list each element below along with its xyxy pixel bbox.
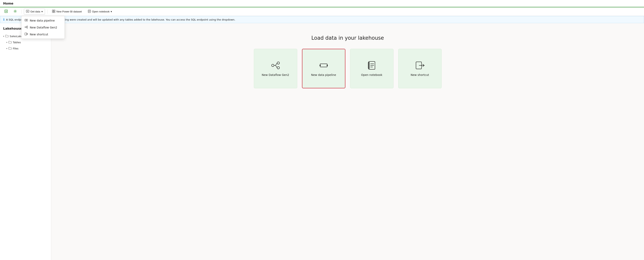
get-data-icon	[26, 10, 29, 14]
get-data-label: Get data	[30, 10, 40, 13]
card-label-new-dataflow-gen2: New Dataflow Gen2	[262, 73, 289, 76]
main-layout: Lakehouse ▾ SalesLakehouse ▾	[0, 23, 644, 260]
svg-rect-17	[320, 64, 327, 67]
folder-icon	[5, 34, 8, 38]
svg-rect-6	[54, 12, 55, 13]
svg-point-14	[272, 64, 274, 67]
toolbar-separator-1	[21, 10, 22, 14]
card-open-notebook[interactable]: Open notebook	[350, 49, 394, 88]
info-icon: ℹ	[3, 18, 4, 21]
open-notebook-button[interactable]: Open notebook ▾	[86, 9, 114, 15]
card-label-new-data-pipeline: New data pipeline	[311, 73, 336, 76]
get-data-dropdown-menu: New data pipeline New Dataflow Gen2	[21, 16, 65, 39]
svg-rect-5	[52, 12, 54, 13]
tables-folder-icon	[8, 41, 12, 44]
cards-grid: New Dataflow Gen2 New data pipeline	[254, 49, 442, 88]
open-notebook-chevron-icon: ▾	[111, 10, 112, 13]
page-title: Home	[3, 2, 14, 5]
settings-button[interactable]	[12, 9, 19, 15]
svg-rect-8	[25, 19, 26, 21]
content-heading: Load data in your lakehouse	[312, 35, 384, 41]
saleslakehouse-chevron-icon: ▾	[3, 35, 4, 37]
card-icon-new-shortcut	[415, 61, 425, 70]
dropdown-item-new-shortcut[interactable]: New shortcut	[22, 31, 64, 38]
svg-point-15	[277, 62, 280, 64]
new-item-button[interactable]	[2, 9, 10, 15]
svg-point-1	[15, 11, 16, 12]
svg-point-19	[327, 65, 328, 66]
svg-point-10	[25, 27, 26, 28]
toolbar: Get data ▾ New Power BI dataset Open not…	[0, 7, 644, 16]
sidebar-item-files[interactable]: ▾ Files	[0, 45, 51, 52]
page-title-bar: Home	[0, 0, 644, 7]
card-label-new-shortcut: New shortcut	[411, 73, 429, 76]
get-data-chevron-icon: ▾	[42, 10, 43, 13]
card-new-data-pipeline[interactable]: New data pipeline	[302, 49, 345, 88]
open-notebook-icon	[88, 10, 91, 14]
card-new-shortcut[interactable]: New shortcut	[398, 49, 442, 88]
sidebar-item-tables[interactable]: ▾ Tables	[0, 39, 51, 45]
dataflow-menu-icon	[25, 26, 28, 29]
info-text-prefix: A SQL e	[6, 18, 16, 21]
new-powerbi-button[interactable]: New Power BI dataset	[50, 9, 84, 15]
new-powerbi-icon	[52, 10, 55, 14]
dropdown-item-new-data-pipeline[interactable]: New data pipeline	[22, 17, 64, 24]
toolbar-separator-2	[47, 10, 48, 14]
new-item-icon	[4, 10, 8, 14]
card-icon-new-dataflow-gen2	[271, 61, 280, 70]
files-chevron-icon: ▾	[6, 47, 7, 50]
dropdown-item-new-data-pipeline-label: New data pipeline	[30, 19, 55, 22]
content-area: Load data in your lakehouse New Dataflow…	[51, 23, 644, 260]
files-label: Files	[13, 47, 18, 50]
svg-rect-4	[54, 10, 55, 11]
svg-rect-9	[26, 19, 28, 21]
card-icon-new-data-pipeline	[319, 61, 328, 70]
info-bar: ℹ A SQL endpoint and default dataset for…	[0, 16, 644, 23]
dropdown-item-new-dataflow-gen2[interactable]: New Dataflow Gen2	[22, 24, 64, 31]
card-icon-open-notebook	[367, 61, 376, 70]
card-new-dataflow-gen2[interactable]: New Dataflow Gen2	[254, 49, 297, 88]
files-folder-icon	[8, 47, 12, 50]
shortcut-menu-icon	[25, 32, 28, 36]
sidebar-title-text: Lakehouse	[3, 27, 22, 30]
settings-icon	[14, 10, 17, 14]
open-notebook-label: Open notebook	[92, 10, 110, 13]
new-powerbi-label: New Power BI dataset	[56, 10, 82, 13]
pipeline-icon	[25, 19, 28, 22]
tables-chevron-icon: ▾	[6, 41, 7, 44]
sidebar: Lakehouse ▾ SalesLakehouse ▾	[0, 23, 51, 260]
dropdown-item-new-shortcut-label: New shortcut	[30, 33, 48, 36]
card-label-open-notebook: Open notebook	[361, 73, 382, 76]
svg-rect-3	[52, 10, 54, 11]
dropdown-item-new-dataflow-gen2-label: New Dataflow Gen2	[30, 26, 57, 29]
tables-label: Tables	[13, 41, 21, 44]
svg-point-16	[277, 67, 280, 69]
svg-point-18	[320, 65, 321, 66]
get-data-button[interactable]: Get data ▾	[24, 9, 45, 15]
